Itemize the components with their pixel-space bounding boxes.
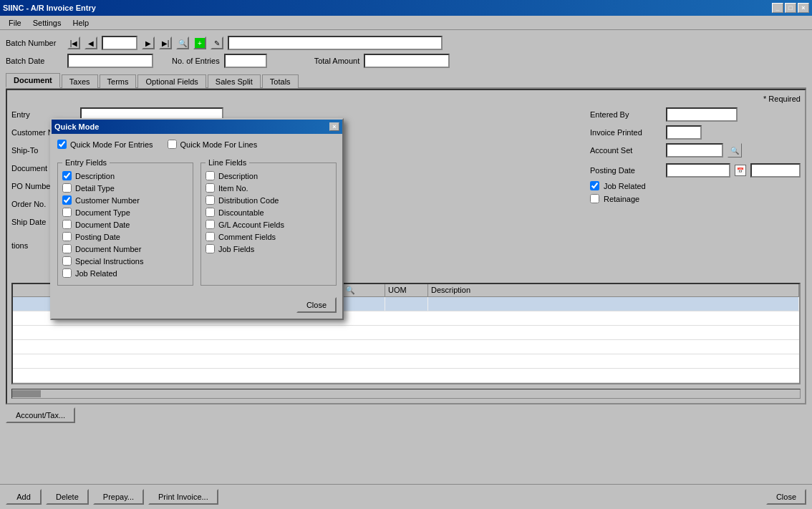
horizontal-scrollbar[interactable] [11, 389, 801, 399]
entry-job-related-label: Job Related [75, 269, 117, 278]
delete-button[interactable]: Delete [46, 489, 89, 505]
batch-add-button[interactable]: + [193, 37, 206, 49]
line-discountable-checkbox[interactable] [206, 208, 215, 217]
posting-date-label: Posting Date [590, 166, 662, 175]
entry-customer-number-checkbox[interactable] [62, 195, 72, 205]
entry-posting-date-label: Posting Date [75, 233, 120, 241]
prepay-button[interactable]: Prepay... [93, 489, 144, 505]
grid-row-5[interactable] [13, 354, 799, 369]
line-gl-account-fields-checkbox[interactable] [206, 220, 215, 229]
no-entries-input[interactable]: 1 [224, 54, 267, 68]
account-set-search-icon[interactable]: 🔍 [728, 143, 742, 157]
entry-special-instructions-label: Special Instructions [75, 257, 143, 266]
entry-document-date-checkbox[interactable] [62, 220, 72, 229]
batch-number-label: Batch Number [6, 39, 63, 47]
batch-edit-button[interactable]: ✎ [211, 37, 223, 49]
batch-first-button[interactable]: |◀ [67, 37, 80, 49]
entry-document-type-checkbox[interactable] [62, 208, 72, 217]
close-button[interactable]: Close [766, 489, 806, 505]
title-bar-buttons[interactable]: _ □ × [772, 3, 809, 13]
entry-description-checkbox[interactable] [62, 171, 72, 180]
batch-number-input[interactable]: 39 [102, 36, 137, 50]
batch-date-label: Batch Date [6, 57, 63, 65]
modal-close-button[interactable]: Close [296, 297, 337, 313]
job-related-checkbox[interactable] [590, 181, 599, 190]
tab-taxes[interactable]: Taxes [62, 74, 98, 88]
modal-close-icon[interactable]: × [329, 122, 339, 131]
batch-description-input[interactable] [228, 36, 443, 50]
entry-field-posting-date: Posting Date [62, 232, 188, 241]
tab-sales-split[interactable]: Sales Split [208, 74, 261, 88]
batch-last-button[interactable]: ▶| [159, 37, 172, 49]
line-description-label: Description [218, 172, 258, 180]
entry-customer-number-label: Customer Number [75, 196, 140, 205]
entry-special-instructions-checkbox[interactable] [62, 256, 72, 266]
grid-col-num [13, 284, 56, 296]
line-gl-account-fields-label: G/L Account Fields [218, 220, 284, 229]
retainage-checkbox[interactable] [590, 194, 599, 203]
grid-col-search3: 🔍 [342, 284, 385, 296]
entry-job-related-checkbox[interactable] [62, 268, 72, 278]
maximize-button[interactable]: □ [785, 3, 796, 13]
posting-date-input[interactable]: 03/31/2016 [666, 163, 730, 178]
quick-mode-entries-label: Quick Mode For Entries [70, 140, 153, 149]
posting-period-input[interactable]: 2016 - 03 [750, 163, 801, 178]
close-window-button[interactable]: × [798, 3, 809, 13]
total-amount-input[interactable]: 1,020 [364, 54, 450, 68]
invoice-printed-label: Invoice Printed [590, 128, 662, 137]
menu-file[interactable]: File [3, 17, 27, 29]
add-button[interactable]: Add [6, 489, 42, 505]
line-item-no-label: Item No. [218, 184, 248, 193]
no-entries-label: No. of Entries [172, 57, 220, 65]
scroll-thumb[interactable] [12, 390, 41, 397]
grid-row-4[interactable] [13, 340, 799, 354]
posting-date-calendar-icon[interactable]: 📅 [735, 165, 746, 176]
modal-footer: Close [52, 291, 342, 319]
line-field-distribution-code: Distribution Code [206, 195, 332, 205]
line-description-checkbox[interactable] [206, 171, 215, 180]
entry-field-special-instructions: Special Instructions [62, 256, 188, 266]
entry-posting-date-checkbox[interactable] [62, 232, 72, 241]
menu-help[interactable]: Help [67, 17, 95, 29]
grid-row-3[interactable] [13, 326, 799, 340]
line-item-no-checkbox[interactable] [206, 183, 215, 193]
menu-settings[interactable]: Settings [27, 17, 67, 29]
line-field-gl-account-fields: G/L Account Fields [206, 220, 332, 229]
entered-by-input[interactable]: ADMIN [666, 107, 738, 122]
account-tax-button[interactable]: Account/Tax... [6, 407, 75, 423]
tabs-row: Document Taxes Terms Optional Fields Sal… [6, 72, 806, 89]
entry-field-document-date: Document Date [62, 220, 188, 229]
grid-cell-search3 [342, 297, 385, 311]
quick-mode-lines-checkbox[interactable] [168, 140, 177, 149]
batch-date-input[interactable]: 03/31/2016 [67, 54, 153, 68]
entry-document-number-label: Document Number [75, 245, 141, 253]
print-invoice-button[interactable]: Print Invoice... [148, 489, 218, 505]
entry-detail-type-checkbox[interactable] [62, 183, 72, 193]
fields-container: Entry Fields Description Detail Type Cus… [57, 158, 337, 286]
batch-search-button[interactable]: 🔍 [176, 37, 189, 49]
quick-mode-lines-label: Quick Mode For Lines [180, 140, 258, 149]
invoice-printed-input[interactable]: No [666, 125, 702, 140]
entry-field-detail-type: Detail Type [62, 183, 188, 193]
line-job-fields-checkbox[interactable] [206, 244, 215, 253]
entry-document-number-checkbox[interactable] [62, 244, 72, 253]
tab-totals[interactable]: Totals [262, 74, 299, 88]
line-comment-fields-checkbox[interactable] [206, 232, 215, 241]
tab-optional-fields[interactable]: Optional Fields [137, 74, 206, 88]
line-field-comment-fields: Comment Fields [206, 232, 332, 241]
entry-fields-legend: Entry Fields [62, 158, 110, 167]
line-distribution-code-checkbox[interactable] [206, 195, 215, 205]
tab-document[interactable]: Document [6, 73, 60, 88]
account-set-input[interactable]: USA [666, 143, 723, 157]
quick-mode-entries-checkbox[interactable] [57, 140, 67, 149]
batch-prev-button[interactable]: ◀ [84, 37, 97, 49]
grid-cell-description [428, 297, 799, 311]
entry-field-document-number: Document Number [62, 244, 188, 253]
right-column: Entered By ADMIN Invoice Printed No Acco… [590, 107, 801, 233]
grid-row-6[interactable] [13, 369, 799, 383]
batch-next-button[interactable]: ▶ [142, 37, 155, 49]
line-field-discountable: Discountable [206, 208, 332, 217]
minimize-button[interactable]: _ [772, 3, 783, 13]
tab-terms[interactable]: Terms [100, 74, 137, 88]
line-fields-legend: Line Fields [206, 158, 249, 167]
